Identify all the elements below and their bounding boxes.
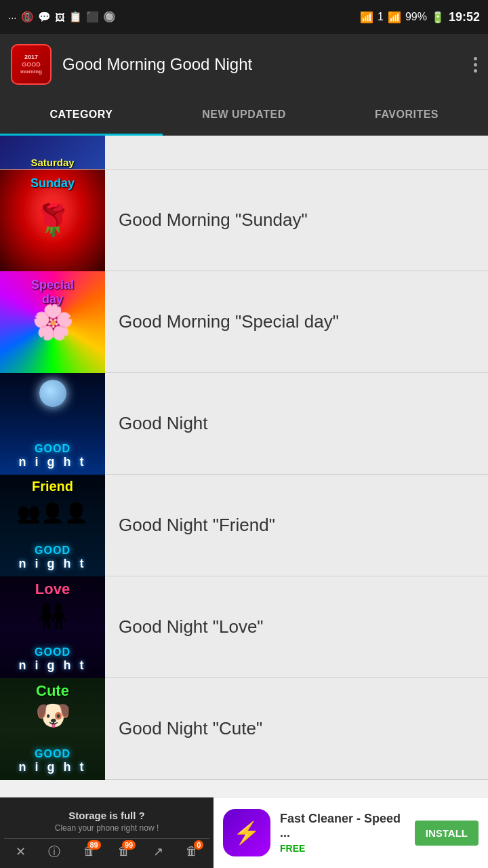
wifi-icon: 📶 (360, 11, 373, 24)
info-icon[interactable]: ⓘ (48, 844, 60, 860)
love-thumbnail: Love 👫 GOOD n i g h t (0, 576, 105, 678)
status-bar: ··· 📵 💬 🖼 📋 ⬛ 🔘 📶 1 📶 99% 🔋 19:52 (0, 0, 488, 34)
cute-thumbnail: Cute 🐶 GOOD n i g h t (0, 678, 105, 780)
list-item[interactable]: Love 👫 GOOD n i g h t Good Night "Love" (0, 576, 488, 678)
image-icon: 🖼 (55, 12, 65, 23)
badge-3[interactable]: 🗑 0 (186, 844, 198, 859)
special-label: Specialday (0, 278, 105, 307)
app-icon: 2017GOODmorning (11, 44, 52, 85)
saturday-label: Saturday (30, 157, 74, 170)
ad-storage-title: Storage is full ? (68, 810, 145, 821)
friend-label: Friend (0, 479, 105, 494)
list-item[interactable]: Cute 🐶 GOOD n i g h t Good Night "Cute" (0, 678, 488, 780)
badge-2[interactable]: 🗑 99 (118, 844, 130, 859)
bolt-icon: ⚡ (233, 820, 260, 846)
badge-1[interactable]: 🗑 89 (83, 844, 96, 859)
tab-category[interactable]: CATEGORY (0, 95, 163, 136)
goodnight-item-text: Good Night (105, 413, 488, 434)
list-item[interactable]: 🌸 Specialday Good Morning "Special day" (0, 271, 488, 373)
list-item[interactable]: GOOD n i g h t Good Night (0, 373, 488, 475)
sunday-label: Sunday (0, 176, 105, 191)
cute-item-text: Good Night "Cute" (105, 718, 488, 739)
ad-free-label: FREE (280, 843, 405, 854)
ad-text: Fast Cleaner - Speed ... FREE (280, 812, 405, 854)
special-thumbnail: 🌸 Specialday (0, 271, 105, 373)
friend-thumbnail: Friend 👥👤👤 GOOD n i g h t (0, 475, 105, 576)
list-item[interactable]: Saturday (0, 136, 488, 170)
battery-text: 99% (405, 11, 427, 23)
phone-icon: 📵 (21, 11, 34, 23)
ad-left-panel: Storage is full ? Clean your phone right… (0, 797, 214, 868)
share-icon[interactable]: ↗ (153, 844, 163, 859)
sim-icon: 1 (378, 11, 384, 23)
list-item[interactable]: Friend 👥👤👤 GOOD n i g h t Good Night "Fr… (0, 475, 488, 576)
radio-icon: 🔘 (103, 11, 116, 23)
ad-app-icon: ⚡ (223, 809, 270, 856)
tab-favorites[interactable]: FAVORITES (325, 95, 488, 136)
ad-install-button[interactable]: INSTALL (415, 821, 479, 846)
overflow-icon: ··· (8, 12, 17, 23)
status-icons-right: 📶 1 📶 99% 🔋 19:52 (360, 10, 480, 24)
clipboard-icon: 📋 (69, 11, 82, 23)
love-item-text: Good Night "Love" (105, 616, 488, 637)
app-icon-1: ⬛ (86, 11, 99, 23)
friend-item-text: Good Night "Friend" (105, 515, 488, 536)
tab-bar: CATEGORY NEW UPDATED FAVORITES (0, 95, 488, 136)
category-list: Saturday 🌹 Sunday Good Morning "Sunday" … (0, 136, 488, 780)
more-options-button[interactable] (474, 57, 477, 73)
cute-label: Cute (0, 682, 105, 700)
signal-icon: 📶 (388, 11, 401, 24)
saturday-thumbnail: Saturday (0, 136, 105, 170)
app-bar: 2017GOODmorning Good Morning Good Night (0, 34, 488, 95)
app-title: Good Morning Good Night (62, 55, 463, 74)
battery-icon: 🔋 (431, 11, 445, 24)
sunday-thumbnail: 🌹 Sunday (0, 170, 105, 271)
goodnight-thumbnail: GOOD n i g h t (0, 373, 105, 475)
sunday-item-text: Good Morning "Sunday" (105, 210, 488, 231)
status-icons-left: ··· 📵 💬 🖼 📋 ⬛ 🔘 (8, 11, 116, 23)
ad-storage-sub: Clean your phone right now ! (55, 823, 159, 833)
list-item[interactable]: 🌹 Sunday Good Morning "Sunday" (0, 170, 488, 271)
ad-banner: Storage is full ? Clean your phone right… (0, 797, 488, 868)
line-icon: 💬 (38, 11, 51, 23)
ad-right-panel: ⚡ Fast Cleaner - Speed ... FREE INSTALL (214, 797, 488, 868)
close-icon[interactable]: ✕ (16, 844, 26, 859)
special-item-text: Good Morning "Special day" (105, 311, 488, 332)
status-time: 19:52 (449, 10, 480, 24)
ad-app-name: Fast Cleaner - Speed ... (280, 812, 405, 840)
tab-new-updated[interactable]: NEW UPDATED (163, 95, 325, 136)
love-label: Love (0, 580, 105, 598)
